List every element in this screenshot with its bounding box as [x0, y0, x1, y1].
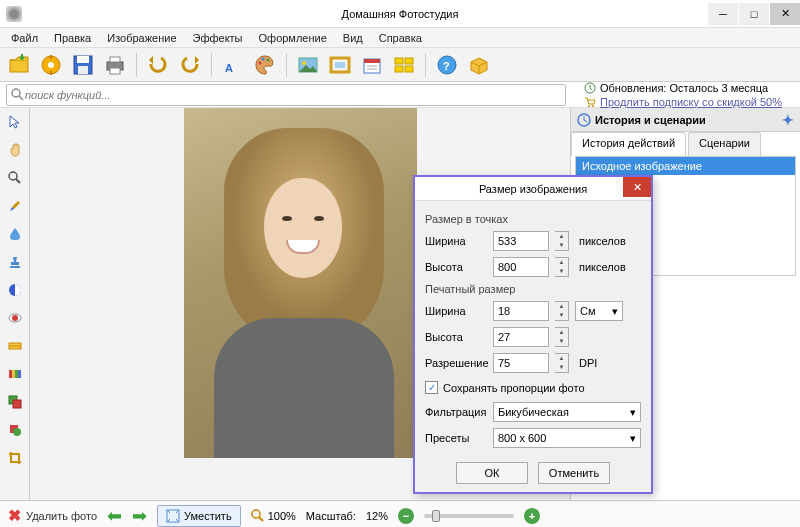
- resolution-spinner[interactable]: ▲▼: [555, 353, 569, 373]
- svg-rect-24: [405, 58, 413, 64]
- prev-arrow-icon[interactable]: ⬅: [107, 505, 122, 527]
- svg-point-49: [13, 428, 21, 436]
- photo: [184, 108, 417, 458]
- history-item[interactable]: Исходное изображение: [576, 157, 795, 175]
- text-icon[interactable]: A: [220, 52, 246, 78]
- fit-button[interactable]: Уместить: [157, 505, 241, 527]
- minimize-button[interactable]: ─: [708, 3, 738, 25]
- shape-tool-icon[interactable]: [5, 420, 25, 440]
- next-arrow-icon[interactable]: ➡: [132, 505, 147, 527]
- blur-tool-icon[interactable]: [5, 224, 25, 244]
- zoom-in-button[interactable]: +: [524, 508, 540, 524]
- menu-edit[interactable]: Правка: [47, 30, 98, 46]
- zoom-100-button[interactable]: 100%: [251, 509, 296, 523]
- menu-design[interactable]: Оформление: [252, 30, 334, 46]
- catalog-icon[interactable]: [38, 52, 64, 78]
- svg-point-2: [48, 62, 54, 68]
- clone-tool-icon[interactable]: [5, 392, 25, 412]
- svg-rect-10: [110, 68, 120, 74]
- dialog-title: Размер изображения: [479, 183, 587, 195]
- filter-label: Фильтрация: [425, 406, 487, 418]
- delete-photo-button[interactable]: ✖Удалить фото: [8, 506, 97, 525]
- brush-tool-icon[interactable]: [5, 196, 25, 216]
- print-icon[interactable]: [102, 52, 128, 78]
- preset-label: Пресеты: [425, 432, 487, 444]
- tab-scripts[interactable]: Сценарии: [688, 132, 761, 156]
- crop-tool-icon[interactable]: [5, 448, 25, 468]
- cart-icon: [584, 96, 596, 108]
- history-icon: [577, 113, 591, 127]
- redo-icon[interactable]: [177, 52, 203, 78]
- dpi-unit: DPI: [579, 357, 597, 369]
- svg-point-33: [592, 105, 594, 107]
- print-height-input[interactable]: 27: [493, 327, 549, 347]
- resolution-input[interactable]: 75: [493, 353, 549, 373]
- menu-image[interactable]: Изображение: [100, 30, 183, 46]
- cancel-button[interactable]: Отменить: [538, 462, 610, 484]
- width-spinner[interactable]: ▲▼: [555, 231, 569, 251]
- svg-rect-20: [364, 59, 380, 63]
- ok-button[interactable]: ОК: [456, 462, 528, 484]
- print-width-spinner[interactable]: ▲▼: [555, 301, 569, 321]
- filter-select[interactable]: Бикубическая▾: [493, 402, 641, 422]
- svg-rect-0: [10, 60, 28, 72]
- scale-value: 12%: [366, 510, 388, 522]
- zoom-out-button[interactable]: −: [398, 508, 414, 524]
- extend-subscription-link[interactable]: Продлить подписку со скидкой 50%: [600, 96, 782, 108]
- adjust-tool-icon[interactable]: [5, 336, 25, 356]
- keep-ratio-checkbox[interactable]: ✓: [425, 381, 438, 394]
- zoom-icon: [251, 509, 265, 523]
- pointer-tool-icon[interactable]: [5, 112, 25, 132]
- lighten-tool-icon[interactable]: [5, 280, 25, 300]
- open-icon[interactable]: [6, 52, 32, 78]
- undo-icon[interactable]: [145, 52, 171, 78]
- palette-icon[interactable]: [252, 52, 278, 78]
- menu-help[interactable]: Справка: [372, 30, 429, 46]
- zoom-tool-icon[interactable]: [5, 168, 25, 188]
- window-title: Домашняя Фотостудия: [342, 8, 459, 20]
- svg-rect-4: [50, 71, 52, 75]
- collage-icon[interactable]: [391, 52, 417, 78]
- redeye-tool-icon[interactable]: [5, 308, 25, 328]
- print-width-input[interactable]: 18: [493, 301, 549, 321]
- title-bar: Домашняя Фотостудия ─ □ ✕: [0, 0, 800, 28]
- height-input[interactable]: 800: [493, 257, 549, 277]
- menu-view[interactable]: Вид: [336, 30, 370, 46]
- frame-icon[interactable]: [327, 52, 353, 78]
- unit-select[interactable]: См▾: [575, 301, 623, 321]
- save-icon[interactable]: [70, 52, 96, 78]
- svg-rect-3: [50, 55, 52, 59]
- print-group-label: Печатный размер: [425, 283, 641, 295]
- tab-history[interactable]: История действий: [571, 132, 686, 156]
- help-icon[interactable]: ?: [434, 52, 460, 78]
- svg-rect-18: [335, 62, 345, 68]
- svg-rect-45: [18, 370, 21, 378]
- calendar-icon[interactable]: [359, 52, 385, 78]
- preset-select[interactable]: 800 x 600▾: [493, 428, 641, 448]
- picture-icon[interactable]: [295, 52, 321, 78]
- collapse-icon[interactable]: ✦: [782, 112, 794, 128]
- svg-text:A: A: [225, 62, 233, 74]
- scale-label: Масштаб:: [306, 510, 356, 522]
- gradient-tool-icon[interactable]: [5, 364, 25, 384]
- height-spinner[interactable]: ▲▼: [555, 257, 569, 277]
- print-height-spinner[interactable]: ▲▼: [555, 327, 569, 347]
- pixels-unit: пикселов: [579, 235, 626, 247]
- stamp-tool-icon[interactable]: [5, 252, 25, 272]
- maximize-button[interactable]: □: [739, 3, 769, 25]
- menu-file[interactable]: Файл: [4, 30, 45, 46]
- zoom-slider[interactable]: [424, 514, 514, 518]
- close-button[interactable]: ✕: [770, 3, 800, 25]
- menu-effects[interactable]: Эффекты: [186, 30, 250, 46]
- svg-rect-25: [395, 66, 403, 72]
- dialog-close-button[interactable]: ✕: [623, 177, 651, 197]
- resolution-label: Разрешение: [425, 357, 487, 369]
- hand-tool-icon[interactable]: [5, 140, 25, 160]
- svg-rect-6: [77, 56, 89, 63]
- app-icon: [6, 6, 22, 22]
- box-icon[interactable]: [466, 52, 492, 78]
- resize-dialog: Размер изображения ✕ Размер в точках Шир…: [413, 175, 653, 494]
- search-input[interactable]: [25, 89, 561, 101]
- svg-rect-26: [405, 66, 413, 72]
- width-input[interactable]: 533: [493, 231, 549, 251]
